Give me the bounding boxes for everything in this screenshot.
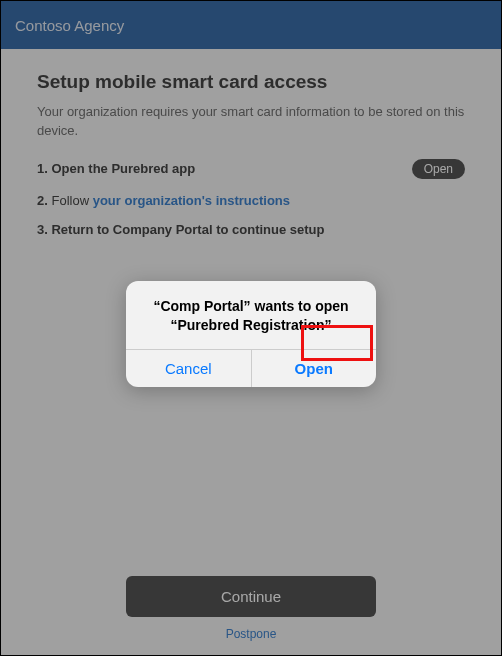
alert-button-row: Cancel Open: [126, 349, 376, 387]
device-frame: Contoso Agency Setup mobile smart card a…: [0, 0, 502, 656]
alert-message: “Comp Portal” wants to open “Purebred Re…: [126, 281, 376, 349]
alert-open-button[interactable]: Open: [252, 350, 377, 387]
open-app-alert: “Comp Portal” wants to open “Purebred Re…: [126, 281, 376, 387]
alert-cancel-button[interactable]: Cancel: [126, 350, 252, 387]
